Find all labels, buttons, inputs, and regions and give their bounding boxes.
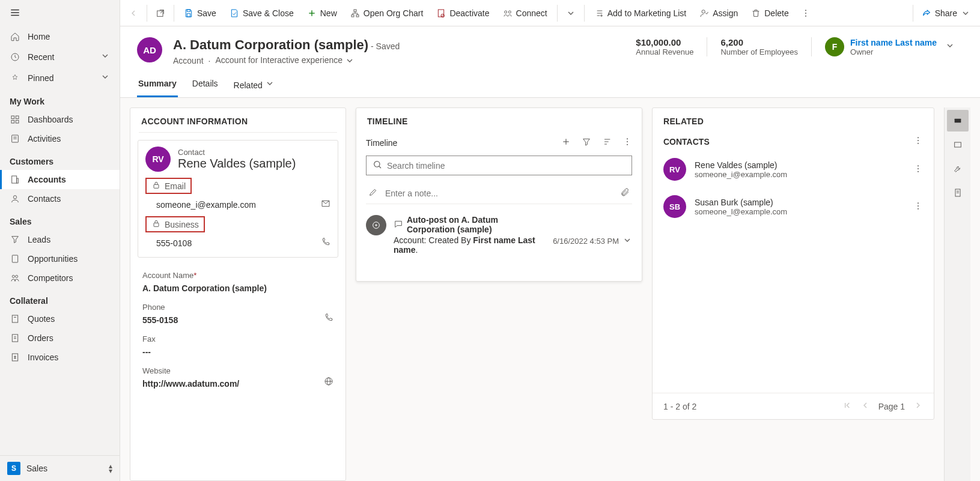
- header-expand-button[interactable]: [937, 37, 963, 56]
- share-icon: [922, 8, 931, 18]
- contacts-more-button[interactable]: [913, 136, 923, 147]
- sidebar-area-switcher[interactable]: S Sales ▴▾: [0, 455, 120, 481]
- sidebar-item-invoices[interactable]: Invoices: [0, 348, 120, 367]
- quotes-icon: [10, 314, 20, 324]
- mail-action-icon[interactable]: [321, 199, 330, 210]
- svg-line-59: [379, 166, 381, 168]
- add-marketing-list-button[interactable]: Add to Marketing List: [588, 5, 693, 22]
- timeline-search-input[interactable]: [387, 161, 625, 171]
- phone-action-icon[interactable]: [321, 237, 330, 249]
- pager-page-label: Page 1: [878, 402, 905, 411]
- phone-action-icon[interactable]: [324, 313, 333, 324]
- home-icon: [10, 32, 20, 41]
- field-account-name[interactable]: Account Name* A. Datum Corporation (samp…: [130, 266, 345, 298]
- updown-icon: ▴▾: [109, 464, 112, 473]
- new-button[interactable]: New: [301, 5, 343, 22]
- hamburger-button[interactable]: [0, 0, 120, 27]
- business-phone-value[interactable]: 555-0108: [156, 238, 321, 248]
- sidebar-item-accounts[interactable]: Accounts: [0, 170, 120, 189]
- popout-icon: [156, 8, 165, 18]
- overflow-button[interactable]: [796, 5, 815, 22]
- timeline-sort-button[interactable]: [602, 137, 612, 148]
- timeline-filter-button[interactable]: [582, 137, 591, 148]
- tab-details[interactable]: Details: [191, 74, 219, 97]
- svg-point-42: [805, 10, 806, 11]
- sidebar-item-dashboards[interactable]: Dashboards: [0, 110, 120, 129]
- sidebar-item-activities[interactable]: Activities: [0, 129, 120, 148]
- attachment-icon[interactable]: [620, 187, 630, 199]
- rail-panel-button[interactable]: [947, 134, 969, 156]
- timeline-search[interactable]: [366, 156, 632, 175]
- pager-next-button[interactable]: [913, 401, 923, 412]
- timeline-more-button[interactable]: [622, 137, 632, 148]
- connect-button[interactable]: Connect: [497, 5, 553, 22]
- sidebar-item-recent[interactable]: Recent: [0, 46, 120, 67]
- contact-row[interactable]: SB Susan Burk (sample) someone_l@example…: [653, 188, 934, 225]
- stat-employees[interactable]: 6,200 Number of Employees: [707, 37, 811, 56]
- chevron-down-icon[interactable]: [622, 235, 632, 247]
- sidebar-item-pinned[interactable]: Pinned: [0, 67, 120, 88]
- sidebar-item-orders[interactable]: Orders: [0, 328, 120, 348]
- tab-summary[interactable]: Summary: [137, 74, 178, 97]
- row-more-button[interactable]: [913, 164, 923, 175]
- invoices-icon: [10, 352, 20, 362]
- more-vertical-icon: [801, 8, 811, 18]
- record-avatar: AD: [137, 37, 162, 62]
- rail-assistant-button[interactable]: [947, 110, 969, 132]
- timeline-note-input[interactable]: [385, 189, 613, 198]
- sidebar-item-label: Recent: [28, 52, 54, 62]
- lock-icon: [151, 180, 161, 192]
- deactivate-button[interactable]: Deactivate: [430, 5, 495, 22]
- stat-revenue[interactable]: $10,000.00 Annual Revenue: [622, 37, 707, 56]
- arrow-left-icon: [129, 8, 138, 18]
- entity-label: Account: [173, 56, 204, 65]
- sidebar-item-label: Pinned: [28, 73, 54, 83]
- svg-point-57: [627, 144, 628, 145]
- share-button[interactable]: Share: [916, 5, 976, 22]
- sidebar-item-home[interactable]: Home: [0, 27, 120, 46]
- sidebar-item-contacts[interactable]: Contacts: [0, 189, 120, 208]
- row-more-button[interactable]: [913, 201, 923, 213]
- timeline-item[interactable]: Auto-post on A. Datum Corporation (sampl…: [356, 210, 642, 263]
- sidebar-item-leads[interactable]: Leads: [0, 230, 120, 249]
- contact-name[interactable]: Rene Valdes (sample): [178, 157, 296, 171]
- contact-name: Susan Burk (sample): [695, 198, 787, 207]
- field-phone[interactable]: Phone 555-0158: [130, 298, 345, 330]
- owner-block[interactable]: F First name Last name Owner: [811, 37, 937, 56]
- field-fax[interactable]: Fax ---: [130, 330, 345, 362]
- trash-icon: [751, 8, 761, 18]
- timeline-add-button[interactable]: [561, 137, 571, 148]
- leads-icon: [10, 235, 20, 244]
- chevron-down-icon: [100, 51, 110, 62]
- svg-rect-24: [187, 10, 190, 11]
- globe-action-icon[interactable]: [324, 377, 333, 388]
- contact-row[interactable]: RV Rene Valdes (sample) someone_i@exampl…: [653, 151, 934, 188]
- competitors-icon: [10, 273, 20, 283]
- assign-button[interactable]: Assign: [693, 5, 744, 22]
- sidebar-item-label: Activities: [28, 134, 61, 144]
- popout-button[interactable]: [151, 5, 170, 22]
- section-title: TIMELINE: [356, 108, 642, 132]
- form-content: ACCOUNT INFORMATION RV Contact Rene Vald…: [120, 98, 980, 481]
- save-close-button[interactable]: Save & Close: [224, 5, 300, 22]
- svg-point-13: [13, 196, 16, 199]
- pager-first-button[interactable]: [842, 401, 852, 412]
- sidebar-item-label: Dashboards: [28, 115, 73, 124]
- pager-prev-button[interactable]: [860, 401, 870, 412]
- tab-related[interactable]: Related: [233, 74, 276, 97]
- sidebar-item-quotes[interactable]: Quotes: [0, 309, 120, 328]
- rail-docs-button[interactable]: [947, 182, 969, 204]
- back-button[interactable]: [124, 5, 143, 22]
- sidebar-item-competitors[interactable]: Competitors: [0, 268, 120, 288]
- timeline-note[interactable]: [366, 183, 632, 204]
- save-button[interactable]: Save: [178, 5, 222, 22]
- connect-dropdown[interactable]: [561, 5, 580, 22]
- sidebar-item-opportunities[interactable]: Opportunities: [0, 249, 120, 268]
- open-org-chart-button[interactable]: Open Org Chart: [344, 5, 430, 22]
- email-value[interactable]: someone_i@example.com: [156, 200, 321, 210]
- form-selector[interactable]: Account for Interactive experience: [215, 55, 355, 65]
- delete-button[interactable]: Delete: [745, 5, 794, 22]
- rail-tools-button[interactable]: [947, 158, 969, 180]
- field-website[interactable]: Website http://www.adatum.com/: [130, 362, 345, 393]
- timeline-item-meta: 6/16/2022 4:53 PM: [553, 215, 632, 255]
